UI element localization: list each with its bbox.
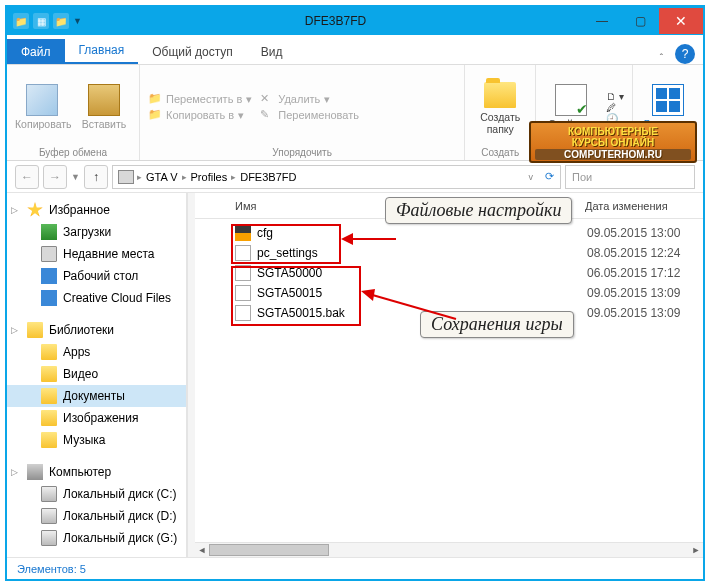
help-icon[interactable]: ? [675,44,695,64]
file-icon [235,245,251,261]
nav-disk-d[interactable]: Локальный диск (D:) [7,505,186,527]
file-row[interactable]: cfg09.05.2015 13:00 [235,223,703,243]
nav-video[interactable]: Видео [7,363,186,385]
app-icon: 📁 [13,13,29,29]
col-date[interactable]: Дата изменения [585,200,668,212]
newfolder-button[interactable]: Создать папку [473,79,527,135]
ribbon-tabs: Файл Главная Общий доступ Вид ˆ ? [7,35,703,65]
nav-pane[interactable]: ▷Избранное Загрузки Недавние места Рабоч… [7,193,187,557]
nav-computer[interactable]: ▷Компьютер [7,461,186,483]
tab-file[interactable]: Файл [7,39,65,64]
nav-downloads[interactable]: Загрузки [7,221,186,243]
recent-loc-icon[interactable]: ▼ [71,172,80,182]
status-count: Элементов: 5 [17,563,86,575]
tab-home[interactable]: Главная [65,37,139,64]
back-button[interactable]: ← [15,165,39,189]
qat-newfolder-icon[interactable]: 📁 [53,13,69,29]
file-row[interactable]: pc_settings08.05.2015 12:24 [235,243,703,263]
breadcrumb[interactable]: ▸ GTA V▸ Profiles▸ DFE3B7FD v ⟳ [112,165,561,189]
search-input[interactable]: Пои [565,165,695,189]
group-new: Создать [473,145,527,158]
copy-button[interactable]: Копировать [15,84,69,130]
moveto-button: 📁Переместить в ▾ [148,91,252,107]
nav-pictures[interactable]: Изображения [7,407,186,429]
title-bar[interactable]: 📁 ▦ 📁 ▼ DFE3B7FD — ▢ ✕ [7,7,703,35]
nav-libraries[interactable]: ▷Библиотеки [7,319,186,341]
watermark-logo: КОМПЬЮТЕРНЫЕ КУРСЫ ОНЛАЙН COMPUTERHOM.RU [529,121,697,163]
maximize-button[interactable]: ▢ [621,8,659,34]
file-row[interactable]: SGTA5001509.05.2015 13:09 [235,283,703,303]
file-date: 08.05.2015 12:24 [587,246,680,260]
file-icon [235,265,251,281]
bc-seg-0[interactable]: GTA V [142,171,182,183]
nav-favorites[interactable]: ▷Избранное [7,199,186,221]
file-pane[interactable]: Имя Дата изменения cfg09.05.2015 13:00pc… [195,193,703,557]
close-button[interactable]: ✕ [659,8,703,34]
nav-ccf[interactable]: Creative Cloud Files [7,287,186,309]
scroll-right-icon[interactable]: ► [689,543,703,557]
paste-button[interactable]: Вставить [77,84,131,130]
file-name: pc_settings [257,246,367,260]
callout-saves: Сохранения игры [420,311,574,338]
nav-recent[interactable]: Недавние места [7,243,186,265]
collapse-ribbon-icon[interactable]: ˆ [660,53,663,64]
nav-desktop[interactable]: Рабочий стол [7,265,186,287]
qat-dropdown-icon[interactable]: ▼ [73,16,82,26]
file-icon [235,225,251,241]
up-button[interactable]: ↑ [84,165,108,189]
scroll-thumb[interactable] [209,544,329,556]
file-name: SGTA50015 [257,286,367,300]
explorer-window: 📁 ▦ 📁 ▼ DFE3B7FD — ▢ ✕ Файл Главная Общи… [5,5,705,581]
copyto-button: 📁Копировать в ▾ [148,107,252,123]
nav-disk-c[interactable]: Локальный диск (C:) [7,483,186,505]
nav-splitter[interactable] [187,193,195,557]
file-name: SGTA50015.bak [257,306,367,320]
file-date: 09.05.2015 13:09 [587,286,680,300]
file-name: cfg [257,226,367,240]
file-date: 06.05.2015 17:12 [587,266,680,280]
nav-disk-g[interactable]: Локальный диск (G:) [7,527,186,549]
minimize-button[interactable]: — [583,8,621,34]
scroll-left-icon[interactable]: ◄ [195,543,209,557]
bc-seg-2[interactable]: DFE3B7FD [236,171,300,183]
file-icon [235,305,251,321]
tab-share[interactable]: Общий доступ [138,39,247,64]
file-date: 09.05.2015 13:09 [587,306,680,320]
drive-icon [118,170,134,184]
group-clipboard: Буфер обмена [15,145,131,158]
file-row[interactable]: SGTA5000006.05.2015 17:12 [235,263,703,283]
forward-button: → [43,165,67,189]
window-title: DFE3B7FD [305,14,366,28]
nav-apps[interactable]: Apps [7,341,186,363]
file-date: 09.05.2015 13:00 [587,226,680,240]
qat-props-icon[interactable]: ▦ [33,13,49,29]
nav-music[interactable]: Музыка [7,429,186,451]
refresh-icon[interactable]: ⟳ [539,170,560,183]
nav-documents[interactable]: Документы [7,385,186,407]
file-icon [235,285,251,301]
horizontal-scrollbar[interactable]: ◄ ► [195,542,703,557]
tab-view[interactable]: Вид [247,39,297,64]
delete-button: ✕Удалить ▾ [260,91,359,107]
rename-button: ✎Переименовать [260,107,359,123]
file-name: SGTA50000 [257,266,367,280]
status-bar: Элементов: 5 [7,557,703,579]
addr-dropdown-icon[interactable]: v [523,172,540,182]
edit-button[interactable]: 🖉 [606,102,624,113]
address-bar-row: ← → ▼ ↑ ▸ GTA V▸ Profiles▸ DFE3B7FD v ⟳ … [7,161,703,193]
open-button[interactable]: 🗋 ▾ [606,91,624,102]
group-organize: Упорядочить [148,145,456,158]
bc-seg-1[interactable]: Profiles [187,171,232,183]
callout-settings: Файловые настройки [385,197,572,224]
